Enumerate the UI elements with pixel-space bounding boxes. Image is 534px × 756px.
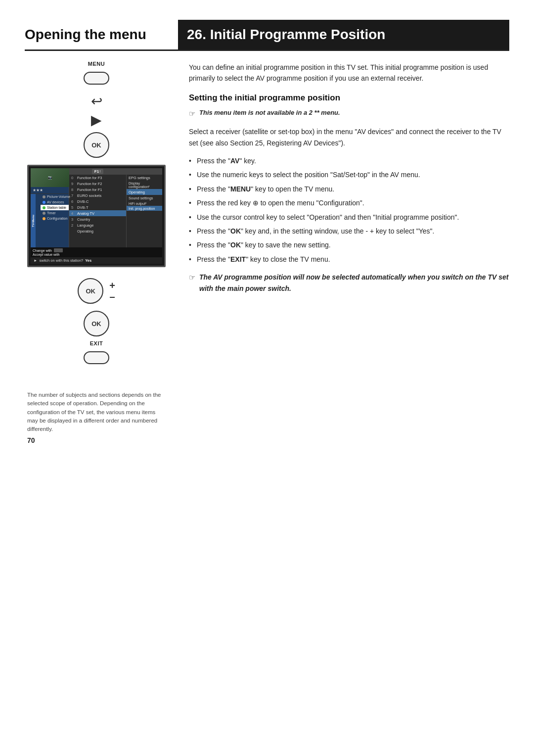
tv-bottom-bar: Change with Accept value with <box>31 247 162 257</box>
bullet-item-6: Press the "OK" key and, in the setting w… <box>189 226 509 236</box>
ok-button-group-bottom: OK <box>84 311 109 336</box>
tv-change-row: Change with <box>33 248 160 252</box>
tv-right-init: Init. prog.position <box>127 206 162 211</box>
plus-sign[interactable]: + <box>109 281 115 290</box>
tv-accept-row: Accept value with <box>33 253 160 256</box>
plus-minus-controls: + – <box>109 281 115 301</box>
main-content: MENU ↩ ▶ OK <box>25 51 509 736</box>
back-arrow-icon[interactable]: ↩ <box>91 94 102 108</box>
tv-center-header: F1↑ <box>69 168 126 175</box>
closing-note-icon: ☞ <box>189 272 195 284</box>
tv-right-epg: EPG settings <box>127 175 162 181</box>
bullet-list: Press the "AV" key. Use the numeric keys… <box>189 155 509 265</box>
header-left: Opening the menu <box>25 20 178 49</box>
left-column: MENU ↩ ▶ OK <box>25 51 178 444</box>
tv-rating: ★★★ <box>31 187 69 194</box>
tv-right-header <box>127 168 162 175</box>
note-icon: ☞ <box>189 108 195 120</box>
closing-note-text: The AV programme position will now be se… <box>199 272 509 294</box>
header-strip: Opening the menu 26. Initial Programme P… <box>25 20 509 51</box>
tv-center-item-5: 5DVB-T <box>69 204 126 210</box>
tv-center-item-8: 8Function for F1 <box>69 187 126 192</box>
tv-menu-item-av: AV devices <box>41 199 69 205</box>
bullet-item-5: Use the cursor control key to select "Op… <box>189 212 509 223</box>
tv-screen: 📷 ★★★ TV-Menu Picture·Volume <box>27 165 166 267</box>
tv-right-display: Display configuration² <box>127 181 162 189</box>
tv-right-col: EPG settings Display configuration² Oper… <box>127 168 162 247</box>
intro-text: You can define an initial programme posi… <box>189 62 509 84</box>
ok-button-top[interactable]: OK <box>84 132 109 158</box>
tv-switch-bar: ►switch on with this station?Yes <box>31 257 162 264</box>
menu-button[interactable] <box>84 72 109 85</box>
back-arrow-group: ↩ <box>91 94 102 108</box>
tv-center-item-4: 4Analog·TV <box>69 210 126 216</box>
note-text: This menu item is not available in a 2 *… <box>199 108 340 118</box>
bullet-item-4: Press the red key ⊕ to open the menu "Co… <box>189 197 509 208</box>
ok-button-mid[interactable]: OK <box>78 278 103 304</box>
tv-center-col: F1↑ 0Function for F3 9Function for F2 8F… <box>69 168 127 247</box>
bullet-item-7: Press the "OK" key to save the new setti… <box>189 239 509 250</box>
menu-button-group: MENU <box>84 61 109 85</box>
page-number: 70 <box>27 436 166 444</box>
tv-menu-item-station: Station table <box>41 205 69 210</box>
tv-center-item-7: 7EURO sockets <box>69 192 126 198</box>
tv-center-item-op: Operating <box>69 228 126 234</box>
tv-menu-item-config: Configuration <box>41 216 69 221</box>
tv-display: 📷 ★★★ TV-Menu Picture·Volume <box>31 168 162 247</box>
minus-sign[interactable]: – <box>109 291 115 301</box>
section-heading: Setting the initial programme position <box>189 93 509 103</box>
ok-button-group-top: OK <box>84 132 109 158</box>
ok-plusminus-row: OK + – <box>78 278 115 304</box>
tv-right-sound: Sound settings <box>127 195 162 201</box>
body-text: Select a receiver (satellite or set-top … <box>189 126 509 148</box>
tv-center-item-0: 0Function for F3 <box>69 175 126 181</box>
left-header-title: Opening the menu <box>25 27 169 43</box>
bullet-item-3: Press the "MENU" key to open the TV menu… <box>189 184 509 194</box>
ok-button-bottom[interactable]: OK <box>84 311 109 336</box>
note-block: ☞ This menu item is not available in a 2… <box>189 108 509 120</box>
tv-sidebar: 📷 ★★★ TV-Menu Picture·Volume <box>31 168 69 247</box>
footer-note: The number of subjects and sections depe… <box>27 386 166 433</box>
tv-right-hifi: HiFi output² <box>127 201 162 206</box>
header-right: 26. Initial Programme Position <box>178 20 509 49</box>
tv-right-operating: Operating <box>127 189 162 195</box>
exit-label: EXIT <box>90 340 103 346</box>
tv-image-strip: 📷 <box>31 168 69 187</box>
tv-center-item-3: 3Country <box>69 216 126 222</box>
tv-screen-wrap: 📷 ★★★ TV-Menu Picture·Volume <box>27 165 166 267</box>
note-italic: This menu item is not available in a 2 *… <box>199 109 340 116</box>
closing-note-block: ☞ The AV programme position will now be … <box>189 272 509 298</box>
play-arrow-group: ▶ <box>91 113 102 127</box>
tv-menu-item-timer: Timer <box>41 210 69 216</box>
menu-label: MENU <box>88 61 105 67</box>
bullet-item-2: Use the numeric keys to select the posit… <box>189 169 509 180</box>
bullet-item-1: Press the "AV" key. <box>189 155 509 166</box>
tv-center-item-2: 2Language <box>69 222 126 228</box>
tv-center-item-9: 9Function for F2 <box>69 181 126 187</box>
right-header-title: 26. Initial Programme Position <box>187 27 385 43</box>
footer-area: The number of subjects and sections depe… <box>27 386 166 444</box>
play-arrow-icon[interactable]: ▶ <box>91 113 102 127</box>
right-column: You can define an initial programme posi… <box>178 51 509 305</box>
exit-button[interactable] <box>84 351 109 364</box>
exit-button-group: EXIT <box>84 340 109 364</box>
tv-menu-item-picture: Picture·Volume <box>41 194 69 199</box>
bullet-item-8: Press the "EXIT" key to close the TV men… <box>189 254 509 265</box>
tv-menu-items: Picture·Volume AV devices Station table <box>36 194 69 247</box>
tv-center-item-6: 6DVB-C <box>69 198 126 204</box>
